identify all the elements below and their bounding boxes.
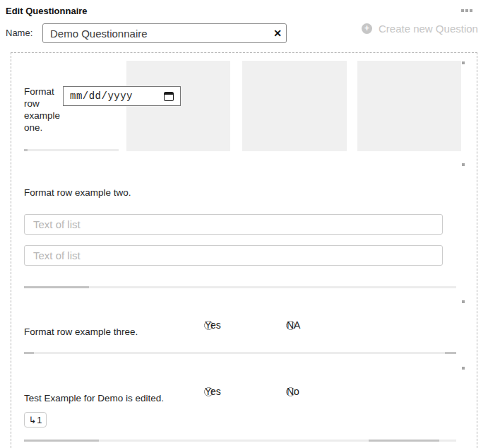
question-1-text: Format row example one. xyxy=(24,86,65,134)
question-2-text: Format row example two. xyxy=(24,187,131,199)
questionnaire-editor-panel: Format row example one. mm/dd/yyyy Forma… xyxy=(11,52,477,448)
name-input[interactable] xyxy=(43,28,269,40)
page-title: Edit Questionnaire xyxy=(6,6,88,16)
page-more-menu-icon[interactable] xyxy=(461,9,472,12)
radio-option-label: NA xyxy=(287,319,300,331)
answer-placeholder-box xyxy=(126,61,230,151)
radio-option-label: Yes xyxy=(205,319,221,331)
list-item-input-2[interactable] xyxy=(24,245,443,266)
branch-number: 1 xyxy=(37,415,42,425)
clear-name-icon[interactable]: ✕ xyxy=(269,28,286,39)
date-placeholder: mm/dd/yyyy xyxy=(70,90,133,102)
question-4-text: Test Example for Demo is edited. xyxy=(24,392,164,404)
date-input[interactable]: mm/dd/yyyy xyxy=(63,86,181,106)
horizontal-scrollbar[interactable] xyxy=(24,149,119,151)
plus-circle-icon: + xyxy=(362,23,372,34)
answer-placeholder-box xyxy=(242,61,347,151)
question-3-text: Format row example three. xyxy=(24,326,138,338)
calendar-icon[interactable] xyxy=(164,92,174,101)
horizontal-scrollbar[interactable] xyxy=(24,440,456,442)
create-new-question-button[interactable]: + Create new Question xyxy=(362,23,478,35)
radio-option-label: Yes xyxy=(205,386,221,397)
create-new-question-label: Create new Question xyxy=(379,23,478,35)
radio-option-label: No xyxy=(287,386,299,397)
horizontal-scrollbar[interactable] xyxy=(24,352,456,354)
horizontal-scrollbar[interactable] xyxy=(24,286,456,288)
name-input-wrap: ✕ xyxy=(42,23,287,43)
list-item-input-1[interactable] xyxy=(24,214,443,235)
branch-arrow-icon: ↳ xyxy=(28,415,36,425)
branch-target-button[interactable]: ↳1 xyxy=(24,412,47,428)
name-label: Name: xyxy=(6,28,32,38)
answer-placeholder-box xyxy=(357,61,461,151)
